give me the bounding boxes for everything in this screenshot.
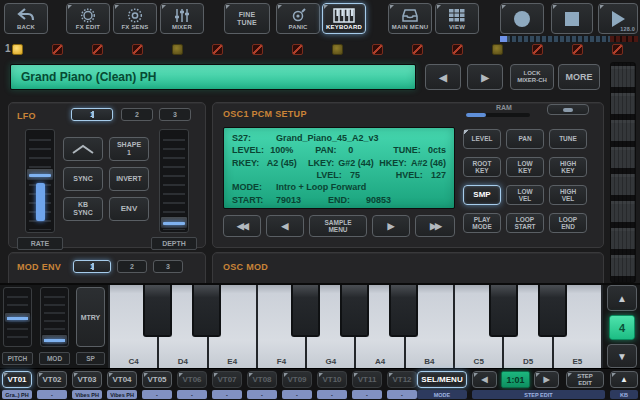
level-select-button[interactable]: LEVEL [463, 129, 501, 149]
lfo-kb-sync-button[interactable]: KB SYNC [63, 197, 103, 221]
mod-env-tab-1[interactable]: 1 [73, 260, 111, 273]
fx-sens-button[interactable]: FX SENS [113, 3, 157, 34]
pan-select-button[interactable]: PAN [506, 129, 544, 149]
mixer-button[interactable]: MIXER [160, 3, 204, 34]
preset-prev-button[interactable]: ◀ [425, 64, 461, 90]
low-key-button[interactable]: LOW KEY [506, 157, 544, 177]
more-button[interactable]: MORE [558, 64, 600, 90]
mtry-button[interactable]: MTRY [76, 287, 105, 347]
track-tab-vt05[interactable]: VT05 [142, 371, 172, 388]
lfo-depth-handle[interactable] [160, 216, 188, 229]
play-button[interactable]: 128.0 [598, 3, 638, 34]
black-key-c-sharp-4[interactable] [143, 285, 172, 337]
octave-down-button[interactable]: ▼ [607, 344, 637, 368]
track-tab-vt02[interactable]: VT02 [37, 371, 67, 388]
track-tab-vt03[interactable]: VT03 [72, 371, 102, 388]
stop-button[interactable] [551, 3, 593, 34]
step-marker[interactable] [292, 44, 303, 55]
track-tab-vt01[interactable]: VT01 [2, 371, 32, 388]
black-key-c-sharp-5[interactable] [489, 285, 518, 337]
lock-mixer-ch-button[interactable]: LOCK MIXER-CH [510, 64, 554, 90]
view-button[interactable]: VIEW [435, 3, 479, 34]
mod-wheel-handle[interactable] [41, 334, 68, 345]
step-edit-button[interactable]: STEP EDIT [566, 371, 604, 388]
preset-next-button[interactable]: ▶ [467, 64, 503, 90]
step-marker[interactable] [612, 44, 623, 55]
record-button[interactable] [500, 3, 544, 34]
black-key-g-sharp-4[interactable] [340, 285, 369, 337]
pattern-prev-button[interactable]: ◀ [472, 371, 497, 388]
step-marker[interactable] [572, 44, 583, 55]
high-key-button[interactable]: HIGH KEY [549, 157, 587, 177]
ram-eject-button[interactable] [547, 104, 589, 115]
black-key-d-sharp-4[interactable] [192, 285, 221, 337]
low-vel-button[interactable]: LOW VEL [506, 185, 544, 205]
lfo-rate-handle[interactable] [26, 168, 54, 181]
panic-button[interactable]: PANIC [276, 3, 320, 34]
step-marker[interactable] [532, 44, 543, 55]
fx-edit-button[interactable]: FX EDIT [66, 3, 110, 34]
track-tab-vt11[interactable]: VT11 [352, 371, 382, 388]
black-key-f-sharp-4[interactable] [291, 285, 320, 337]
main-menu-button[interactable]: MAIN MENU [388, 3, 432, 34]
lfo-rate-slider[interactable] [25, 129, 55, 233]
pattern-next-button[interactable]: ▶ [534, 371, 559, 388]
loop-end-button[interactable]: LOOP END [549, 213, 587, 233]
play-mode-button[interactable]: PLAY MODE [463, 213, 501, 233]
step-marker[interactable] [172, 44, 183, 55]
sel-menu-button[interactable]: SEL/MENU [417, 371, 467, 388]
step-marker[interactable] [332, 44, 343, 55]
track-tab-vt06[interactable]: VT06 [177, 371, 207, 388]
right-scroll-strip[interactable] [610, 62, 636, 283]
preset-name-display[interactable]: Grand Piano (Clean) PH [10, 64, 416, 90]
mod-env-tab-2[interactable]: 2 [117, 260, 147, 273]
step-marker[interactable] [12, 44, 23, 55]
pitch-wheel[interactable] [3, 287, 32, 347]
sample-forward-button[interactable]: ▶▶ [415, 215, 455, 237]
lfo-depth-slider[interactable] [159, 129, 189, 233]
lfo-env-button[interactable]: ENV [109, 197, 149, 221]
track-tab-vt09[interactable]: VT09 [282, 371, 312, 388]
lfo-sync-button[interactable]: SYNC [63, 167, 103, 191]
track-tab-vt08[interactable]: VT08 [247, 371, 277, 388]
back-button[interactable]: BACK [4, 3, 48, 34]
root-key-button[interactable]: ROOT KEY [463, 157, 501, 177]
step-marker[interactable] [372, 44, 383, 55]
high-vel-button[interactable]: HIGH VEL [549, 185, 587, 205]
sample-next-button[interactable]: ▶ [372, 215, 410, 237]
song-position-strip[interactable] [500, 36, 638, 42]
step-marker[interactable] [252, 44, 263, 55]
sample-menu-button[interactable]: SAMPLE MENU [309, 215, 367, 237]
sample-rewind-button[interactable]: ◀◀ [223, 215, 261, 237]
loop-start-button[interactable]: LOOP START [506, 213, 544, 233]
step-marker[interactable] [132, 44, 143, 55]
step-marker[interactable] [412, 44, 423, 55]
step-marker[interactable] [212, 44, 223, 55]
step-marker[interactable] [452, 44, 463, 55]
black-key-d-sharp-5[interactable] [538, 285, 567, 337]
mod-env-tab-3[interactable]: 3 [153, 260, 183, 273]
lfo-tab-3[interactable]: 3 [159, 108, 191, 121]
pitch-wheel-handle[interactable] [4, 312, 31, 323]
kb-toggle-button[interactable]: ▲ [610, 371, 638, 388]
black-key-a-sharp-4[interactable] [389, 285, 418, 337]
step-marker[interactable] [52, 44, 63, 55]
sample-prev-button[interactable]: ◀ [266, 215, 304, 237]
lfo-tab-2[interactable]: 2 [121, 108, 153, 121]
mod-wheel[interactable] [40, 287, 69, 347]
fine-tune-button[interactable]: FINE TUNE [224, 3, 270, 34]
octave-up-button[interactable]: ▲ [607, 285, 637, 311]
track-tab-vt04[interactable]: VT04 [107, 371, 137, 388]
track-tab-vt07[interactable]: VT07 [212, 371, 242, 388]
tune-select-button[interactable]: TUNE [549, 129, 587, 149]
keyboard-button[interactable]: KEYBOARD [322, 3, 366, 34]
smp-button[interactable]: SMP [463, 185, 501, 205]
step-marker[interactable] [492, 44, 503, 55]
track-tab-vt10[interactable]: VT10 [317, 371, 347, 388]
step-marker[interactable] [92, 44, 103, 55]
lfo-invert-button[interactable]: INVERT [109, 167, 149, 191]
lfo-shape-select-button[interactable]: SHAPE 1 [109, 137, 149, 161]
lfo-tab-1[interactable]: 1 [71, 108, 113, 121]
lfo-shape-wave-button[interactable] [63, 137, 103, 161]
track-tab-vt12[interactable]: VT12 [387, 371, 417, 388]
